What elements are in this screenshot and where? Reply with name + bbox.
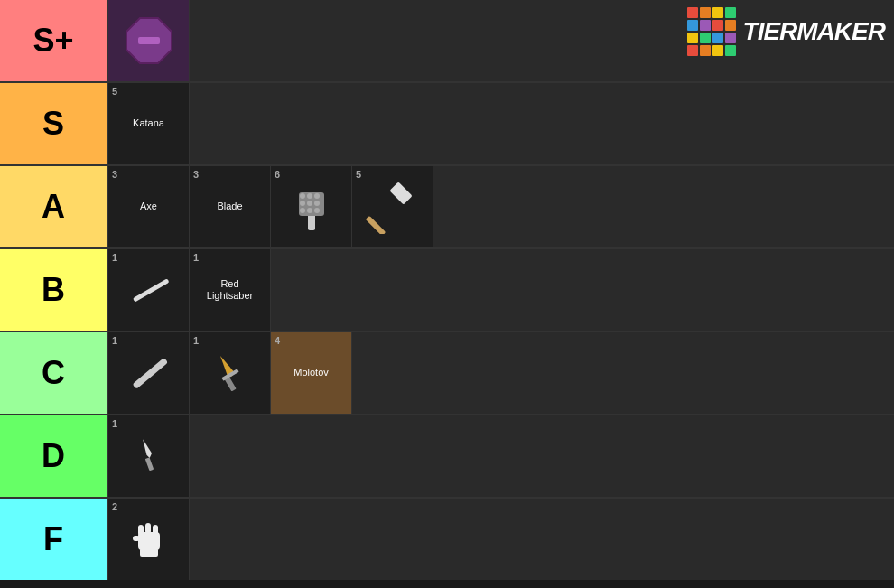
mace-icon [284,180,339,234]
stop-sign-icon [122,14,176,68]
grid-cell [712,7,723,18]
tier-row-c: C 1 1 [0,332,894,415]
stick-icon [122,263,176,317]
tier-label-s: S [0,83,108,164]
svg-rect-24 [145,523,151,534]
tier-items-b: 1 1 RedLightsaber [108,249,894,331]
tier-table: S+ S 5 Katana A 3 Axe [0,0,894,580]
svg-rect-2 [308,214,315,230]
tier-row-s: S 5 Katana [0,83,894,166]
item-count: 3 [193,169,199,180]
list-item: 3 Blade [190,166,271,247]
svg-rect-26 [133,536,140,541]
svg-marker-20 [141,438,153,459]
tier-label-f: F [0,499,108,580]
svg-rect-23 [138,525,144,536]
grid-cell [687,33,698,43]
svg-rect-15 [132,278,169,302]
svg-point-9 [314,201,320,206]
grid-cell [725,45,736,56]
dagger-icon [203,346,257,400]
list-item [108,0,190,81]
svg-point-11 [307,208,312,213]
fist-icon [122,512,176,566]
item-count: 5 [112,86,117,97]
grid-cell [712,33,723,43]
list-item: 1 [108,415,190,497]
item-count: 1 [112,252,117,263]
item-count: 3 [112,169,117,180]
svg-point-4 [300,193,305,199]
grid-cell [687,45,698,56]
item-count: 1 [112,335,117,346]
tiermaker-grid-icon [687,7,736,56]
svg-point-12 [314,208,320,213]
knife-icon [122,429,176,483]
item-count: 1 [193,252,199,263]
tier-items-a: 3 Axe 3 Blade 6 [108,166,894,247]
grid-cell [712,20,723,31]
tier-label-a: A [0,166,108,247]
tier-label-sp: S+ [0,0,108,81]
list-item: 5 Katana [108,83,190,164]
tier-items-d: 1 [108,415,894,497]
svg-rect-21 [144,457,153,471]
grid-cell [700,45,711,56]
item-count: 4 [275,335,280,346]
item-name-katana: Katana [131,116,166,131]
item-name-red-lightsaber: RedLightsaber [205,276,255,303]
list-item: 1 RedLightsaber [190,249,271,331]
list-item: 1 [190,332,271,414]
item-count: 1 [112,418,117,429]
list-item: 1 [108,332,190,414]
item-count: 6 [275,169,280,180]
tier-label-d: D [0,415,108,497]
svg-rect-13 [389,182,412,204]
item-count: 5 [356,169,361,180]
list-item: 1 [108,249,190,331]
item-count: 1 [193,335,199,346]
hammer-icon [366,180,420,234]
tier-row-d: D 1 [0,415,894,499]
tier-row-b: B 1 1 RedLightsaber [0,249,894,332]
item-count: 2 [112,501,117,512]
svg-point-10 [300,208,305,213]
list-item: 4 Molotov [271,332,352,414]
logo-area: TiERMAKER [687,7,885,56]
svg-rect-14 [366,216,386,234]
tier-label-c: C [0,332,108,414]
svg-rect-1 [138,37,160,44]
tiermaker-brand-text: TiERMAKER [743,17,885,46]
grid-cell [700,20,711,31]
grid-cell [700,33,711,43]
list-item: 5 [352,166,433,247]
grid-cell [725,7,736,18]
svg-rect-27 [140,548,158,557]
item-name-axe: Axe [138,199,159,214]
list-item: 6 [271,166,352,247]
grid-cell [712,45,723,56]
svg-point-6 [314,193,320,199]
grid-cell [725,20,736,31]
item-name-blade: Blade [215,199,244,214]
pipe-icon [122,346,176,400]
list-item: 3 Axe [108,166,190,247]
grid-cell [700,7,711,18]
svg-point-5 [307,193,312,199]
tier-items-c: 1 1 4 Molotov [108,332,894,414]
item-name-molotov: Molotov [292,365,331,380]
tier-label-b: B [0,249,108,331]
grid-cell [725,33,736,43]
tier-row-a: A 3 Axe 3 Blade 6 [0,166,894,249]
svg-point-7 [300,201,305,206]
list-item: 2 [108,499,190,580]
tier-items-f: 2 [108,499,894,580]
tier-items-s: 5 Katana [108,83,894,164]
grid-cell [687,7,698,18]
tier-row-f: F 2 [0,499,894,580]
svg-rect-16 [132,358,168,389]
svg-point-8 [307,201,312,206]
grid-cell [687,20,698,31]
svg-rect-25 [153,525,158,536]
